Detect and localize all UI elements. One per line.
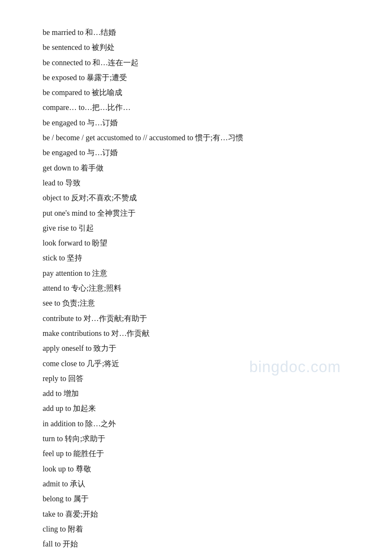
list-item: take to 喜爱;开始 [43,507,358,521]
list-item: compare… to…把…比作… [43,101,358,115]
list-item: give rise to 引起 [43,221,358,235]
list-item: be exposed to 暴露于;遭受 [43,71,358,85]
list-item: apply oneself to 致力于 [43,341,358,356]
list-item: be compared to 被比喻成 [43,86,358,100]
list-item: object to 反对;不喜欢;不赞成 [43,191,358,205]
list-item: put one's mind to 全神贯注于 [43,206,358,220]
list-item: be engaged to 与…订婚 [43,116,358,130]
list-item: see to 负责;注意 [43,296,358,310]
list-item: make contributions to 对…作贡献 [43,327,358,341]
list-item: lead to 导致 [43,176,358,190]
list-item: pay attention to 注意 [43,266,358,280]
list-item: belong to 属于 [43,492,358,506]
list-item: be married to 和…结婚 [43,26,358,40]
phrase-list: be married to 和…结婚be sentenced to 被判处be … [43,26,358,551]
list-item: look up to 尊敬 [43,462,358,476]
list-item: be engaged to 与…订婚 [43,146,358,160]
list-item: turn to 转向;求助于 [43,432,358,446]
list-item: admit to 承认 [43,477,358,491]
list-item: add up to 加起来 [43,402,358,416]
list-item: look forward to 盼望 [43,236,358,250]
list-item: attend to 专心;注意;照料 [43,281,358,295]
list-item: fall to 开始 [43,537,358,551]
list-item: reply to 回答 [43,372,358,386]
list-item: be sentenced to 被判处 [43,40,358,55]
list-item: get down to 着手做 [43,161,358,175]
list-item: come close to 几乎;将近 [43,357,358,371]
list-item: be / become / get accustomed to // accus… [43,131,358,145]
list-item: add to 增加 [43,387,358,401]
list-item: contribute to 对…作贡献;有助于 [43,312,358,326]
list-item: in addition to 除…之外 [43,417,358,431]
list-item: be connected to 和…连在一起 [43,56,358,70]
list-item: cling to 附着 [43,522,358,536]
list-item: feel up to 能胜任于 [43,447,358,461]
list-item: stick to 坚持 [43,251,358,265]
